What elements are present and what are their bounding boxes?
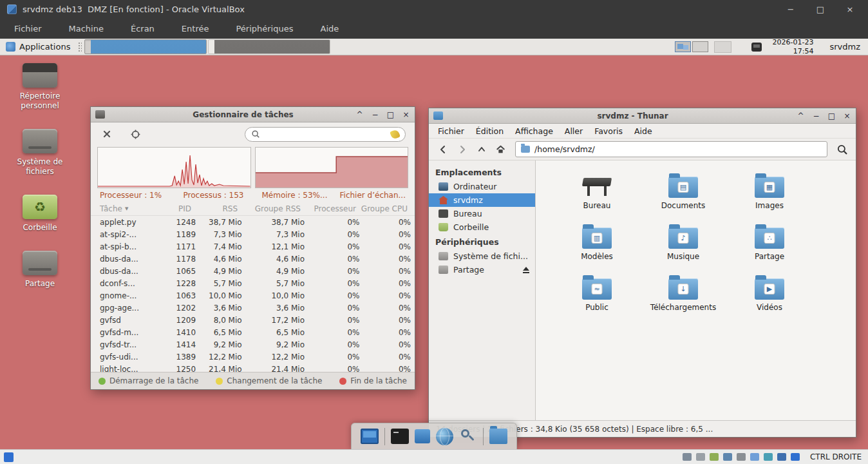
- taskbar-window-button[interactable]: Gestionnaire de tâches: [208, 39, 330, 54]
- folder-item[interactable]: ↓ Téléchargements: [640, 270, 726, 321]
- process-row[interactable]: applet.py 1248 38,7 Mio 38,7 Mio 0% 0%: [91, 216, 415, 228]
- thunar-menu-item[interactable]: Édition: [471, 125, 509, 137]
- maximize-button[interactable]: □: [827, 112, 836, 120]
- display-status-icon[interactable]: [764, 453, 773, 461]
- back-button[interactable]: [434, 141, 451, 157]
- close-button[interactable]: ×: [843, 112, 851, 120]
- column-header[interactable]: Groupe RSS: [238, 204, 301, 213]
- terminal-icon[interactable]: [391, 429, 409, 444]
- process-row[interactable]: dbus-da... 1065 4,9 Mio 4,9 Mio 0% 0%: [91, 265, 415, 277]
- process-row[interactable]: gnome-... 1063 10,0 Mio 10,0 Mio 0% 0%: [91, 289, 415, 302]
- column-header[interactable]: Tâche ▼: [95, 204, 156, 213]
- vbox-menu-item[interactable]: Entrée: [178, 22, 213, 35]
- desktop-icon[interactable]: Répertoire personnel: [9, 63, 71, 111]
- web-browser-icon[interactable]: [436, 428, 453, 445]
- user-actions-label[interactable]: srvdmz: [829, 42, 863, 52]
- system-tray-icon[interactable]: [751, 43, 762, 52]
- file-view[interactable]: Bureau ▤ Documents: [536, 160, 856, 420]
- maximize-button[interactable]: □: [386, 111, 395, 119]
- shared-folders-status-icon[interactable]: [750, 453, 759, 461]
- applications-menu-button[interactable]: Applications: [0, 39, 76, 55]
- thunar-menu-item[interactable]: Aide: [629, 125, 657, 137]
- search-button[interactable]: [833, 141, 851, 157]
- search-input[interactable]: [264, 129, 387, 139]
- optical-status-icon[interactable]: [696, 453, 705, 461]
- recording-status-icon[interactable]: [777, 453, 786, 461]
- eject-icon[interactable]: [523, 267, 529, 271]
- column-header[interactable]: RSS: [191, 204, 238, 213]
- home-button[interactable]: [492, 141, 509, 157]
- folder-item[interactable]: Bureau: [554, 168, 640, 219]
- dock-separator[interactable]: [483, 428, 484, 445]
- sidebar-device-item[interactable]: Partage: [429, 263, 535, 276]
- panel-clock[interactable]: 2026-01-23 17:54: [773, 39, 814, 55]
- process-row[interactable]: dbus-da... 1178 4,6 Mio 4,6 Mio 0% 0%: [91, 253, 415, 265]
- vbox-menu-item[interactable]: Périphériques: [232, 22, 297, 35]
- process-row[interactable]: gpg-age... 1202 3,6 Mio 3,6 Mio 0% 0%: [91, 302, 415, 314]
- vbox-menu-item[interactable]: Aide: [317, 22, 343, 35]
- tools-button[interactable]: [100, 127, 114, 141]
- task-manager-titlebar[interactable]: Gestionnaire de tâches ^ − □ ×: [91, 107, 415, 122]
- thunar-menu-item[interactable]: Affichage: [510, 125, 558, 137]
- process-search-field[interactable]: [245, 127, 406, 142]
- process-row[interactable]: at-spi-b... 1171 7,4 Mio 12,1 Mio 0% 0%: [91, 240, 415, 253]
- vbox-close-button[interactable]: ×: [845, 5, 855, 14]
- workspace-1[interactable]: [675, 41, 691, 52]
- process-row[interactable]: gvfs-udi... 1389 12,2 Mio 12,2 Mio 0% 0%: [91, 351, 415, 363]
- hdd-status-icon[interactable]: [683, 453, 692, 461]
- folder-item[interactable]: ∴ Partage: [726, 219, 813, 270]
- sidebar-place-item[interactable]: Bureau: [429, 207, 535, 220]
- thunar-menu-item[interactable]: Fichier: [433, 125, 469, 137]
- minimize-button[interactable]: −: [371, 111, 379, 119]
- folder-item[interactable]: ▶ Vidéos: [726, 270, 813, 321]
- thunar-menu-item[interactable]: Aller: [560, 125, 588, 137]
- minimize-button[interactable]: −: [812, 112, 820, 120]
- usb-status-icon[interactable]: [737, 453, 746, 461]
- sidebar-place-item[interactable]: srvdmz: [429, 193, 535, 207]
- column-header[interactable]: Groupe CPU: [356, 204, 408, 213]
- network-status-icon[interactable]: [723, 453, 732, 461]
- vm-state-icon[interactable]: [4, 452, 14, 462]
- taskbar-window-button[interactable]: srvdmz - Thunar: [84, 39, 207, 54]
- file-manager-icon[interactable]: [489, 429, 507, 444]
- path-bar[interactable]: /home/srvdmz/: [515, 141, 827, 157]
- workspace-2[interactable]: [692, 41, 708, 52]
- column-header[interactable]: Processeur: [301, 204, 356, 213]
- folder-item[interactable]: ▦ Images: [726, 168, 813, 219]
- process-row[interactable]: gvfsd-m... 1410 6,5 Mio 6,5 Mio 0% 0%: [91, 326, 415, 338]
- thunar-menu-item[interactable]: Favoris: [589, 125, 628, 137]
- column-header[interactable]: PID: [156, 204, 191, 213]
- app-finder-icon[interactable]: [459, 429, 477, 444]
- process-row[interactable]: dconf-s... 1228 5,7 Mio 5,7 Mio 0% 0%: [91, 277, 415, 289]
- shade-button[interactable]: ^: [355, 111, 364, 119]
- vbox-minimize-button[interactable]: −: [786, 5, 796, 14]
- sidebar-place-item[interactable]: Ordinateur: [429, 180, 535, 193]
- mouse-integration-status-icon[interactable]: [791, 453, 800, 461]
- desktop-icon[interactable]: Système de fichiers: [9, 129, 71, 177]
- sidebar-device-item[interactable]: Système de fichi...: [429, 249, 535, 263]
- dock-separator[interactable]: [384, 428, 385, 445]
- vbox-menu-item[interactable]: Machine: [65, 22, 108, 35]
- close-button[interactable]: ×: [402, 111, 410, 119]
- folder-item[interactable]: ▤ Documents: [640, 168, 726, 219]
- settings-icon[interactable]: [415, 429, 430, 443]
- forward-button[interactable]: [453, 141, 471, 157]
- process-row[interactable]: gvfsd-tr... 1414 9,2 Mio 9,2 Mio 0% 0%: [91, 338, 415, 351]
- process-row[interactable]: at-spi2-... 1189 7,3 Mio 7,3 Mio 0% 0%: [91, 228, 415, 240]
- up-button[interactable]: [473, 141, 490, 157]
- vbox-menu-item[interactable]: Fichier: [10, 22, 46, 35]
- desktop-icon[interactable]: Partage: [9, 251, 71, 289]
- shade-button[interactable]: ^: [797, 112, 805, 120]
- vbox-maximize-button[interactable]: □: [815, 5, 826, 14]
- folder-item[interactable]: ▥ Modèles: [554, 219, 640, 270]
- folder-item[interactable]: ≈ Public: [554, 270, 640, 321]
- identify-window-button[interactable]: [128, 127, 142, 141]
- vbox-menu-item[interactable]: Écran: [127, 22, 158, 35]
- thunar-titlebar[interactable]: srvdmz - Thunar ^ − □ ×: [429, 108, 856, 124]
- folder-item[interactable]: ♪ Musique: [640, 219, 726, 270]
- desktop-icon[interactable]: ♻ Corbeille: [9, 195, 71, 233]
- sidebar-place-item[interactable]: Corbeille: [429, 220, 535, 234]
- show-desktop-icon[interactable]: [361, 429, 379, 444]
- process-row[interactable]: gvfsd 1209 8,0 Mio 17,2 Mio 0% 0%: [91, 314, 415, 326]
- audio-status-icon[interactable]: [710, 453, 719, 461]
